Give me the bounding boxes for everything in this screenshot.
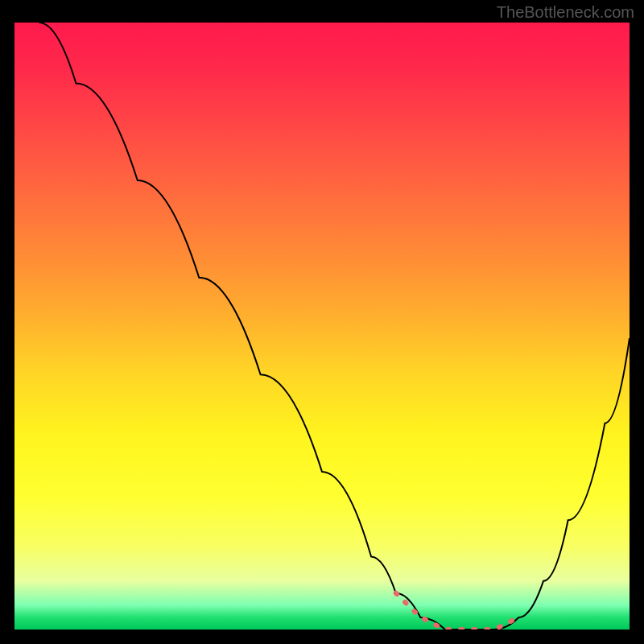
chart-valley-highlight xyxy=(396,593,519,630)
chart-plot-area xyxy=(14,23,630,630)
chart-line-curve xyxy=(39,23,630,630)
chart-svg xyxy=(14,23,630,630)
watermark-text: TheBottleneck.com xyxy=(497,3,634,22)
